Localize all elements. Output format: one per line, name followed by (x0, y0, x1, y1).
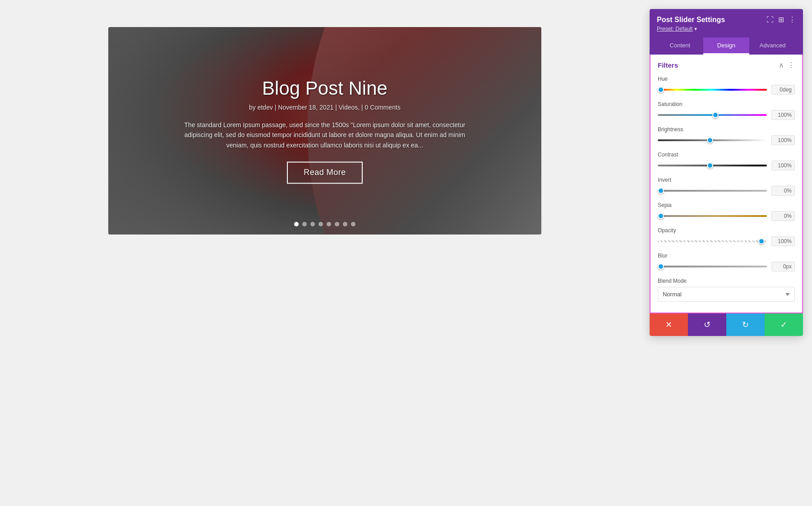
filter-opacity-label: Opacity (658, 227, 795, 234)
columns-icon[interactable]: ⊞ (778, 15, 784, 24)
dot-8[interactable] (351, 222, 355, 226)
tab-advanced[interactable]: Advanced (749, 37, 796, 55)
saturation-value: 100% (771, 110, 795, 120)
invert-value: 0% (771, 186, 795, 196)
contrast-value: 100% (771, 161, 795, 170)
panel-title: Post Slider Settings (657, 16, 725, 24)
sepia-value: 0% (771, 211, 795, 221)
confirm-button[interactable]: ✓ (765, 313, 803, 336)
filter-hue-row: Hue 0deg (658, 76, 795, 95)
sepia-thumb[interactable] (658, 213, 664, 219)
section-more-icon[interactable]: ⋮ (788, 61, 795, 69)
brightness-thumb[interactable] (707, 137, 713, 143)
slide-title: Blog Post Nine (173, 78, 476, 99)
read-more-button[interactable]: Read More (287, 162, 363, 184)
filter-blend-mode-row: Blend Mode Normal Multiply Screen Overla… (658, 278, 795, 302)
invert-track[interactable] (658, 190, 767, 192)
panel-footer: ✕ ↺ ↻ ✓ (650, 313, 803, 336)
panel-body: Filters ∧ ⋮ Hue 0deg Saturation (650, 55, 803, 313)
panel-header: Post Slider Settings ⛶ ⊞ ⋮ Preset: Defau… (650, 9, 803, 55)
undo-button[interactable]: ↺ (688, 313, 726, 336)
filter-blend-mode-label: Blend Mode (658, 278, 795, 284)
settings-panel: Post Slider Settings ⛶ ⊞ ⋮ Preset: Defau… (650, 9, 803, 336)
slider-dots (294, 222, 355, 226)
filter-blur-control: 0px (658, 262, 795, 271)
panel-tabs: Content Design Advanced (657, 37, 796, 55)
contrast-track[interactable] (658, 165, 767, 166)
blur-thumb[interactable] (658, 263, 664, 270)
tab-design[interactable]: Design (703, 37, 750, 55)
hue-thumb[interactable] (658, 87, 664, 93)
opacity-thumb[interactable] (758, 238, 765, 244)
filter-opacity-row: Opacity 100% (658, 227, 795, 246)
saturation-track[interactable] (658, 114, 767, 116)
tab-content[interactable]: Content (657, 37, 703, 55)
slider-container: Blog Post Nine by etdev | November 18, 2… (108, 27, 541, 235)
filter-invert-control: 0% (658, 186, 795, 196)
blend-mode-select[interactable]: Normal Multiply Screen Overlay Darken Li… (658, 287, 795, 302)
panel-preset[interactable]: Preset: Default ▾ (657, 26, 796, 32)
filter-brightness-control: 100% (658, 135, 795, 145)
saturation-thumb[interactable] (712, 112, 719, 118)
filter-blur-row: Blur 0px (658, 253, 795, 271)
dot-3[interactable] (310, 222, 315, 226)
more-icon[interactable]: ⋮ (789, 15, 796, 24)
dot-5[interactable] (327, 222, 331, 226)
section-controls: ∧ ⋮ (779, 61, 795, 69)
filter-saturation-row: Saturation 100% (658, 101, 795, 120)
filter-saturation-label: Saturation (658, 101, 795, 107)
panel-title-row: Post Slider Settings ⛶ ⊞ ⋮ (657, 15, 796, 24)
filter-brightness-row: Brightness 100% (658, 126, 795, 145)
filter-sepia-row: Sepia 0% (658, 202, 795, 221)
filter-sepia-control: 0% (658, 211, 795, 221)
redo-button[interactable]: ↻ (726, 313, 765, 336)
filter-opacity-control: 100% (658, 236, 795, 246)
filter-hue-control: 0deg (658, 85, 795, 95)
filters-section: Filters ∧ ⋮ Hue 0deg Saturation (651, 55, 802, 313)
filter-saturation-control: 100% (658, 110, 795, 120)
filters-title: Filters (658, 61, 678, 69)
hue-value: 0deg (771, 85, 795, 95)
filter-contrast-control: 100% (658, 161, 795, 170)
opacity-track[interactable] (658, 240, 767, 242)
hue-track[interactable] (658, 89, 767, 91)
filter-hue-label: Hue (658, 76, 795, 82)
filter-brightness-label: Brightness (658, 126, 795, 133)
expand-icon[interactable]: ⛶ (766, 16, 774, 24)
panel-icons: ⛶ ⊞ ⋮ (766, 15, 796, 24)
brightness-value: 100% (771, 135, 795, 145)
slider-content: Blog Post Nine by etdev | November 18, 2… (173, 78, 476, 184)
filter-invert-label: Invert (658, 177, 795, 183)
cancel-button[interactable]: ✕ (650, 313, 688, 336)
sepia-track[interactable] (658, 215, 767, 217)
filter-contrast-label: Contrast (658, 152, 795, 158)
section-header: Filters ∧ ⋮ (658, 61, 795, 69)
dot-7[interactable] (343, 222, 347, 226)
dot-2[interactable] (302, 222, 307, 226)
filter-sepia-label: Sepia (658, 202, 795, 208)
contrast-thumb[interactable] (707, 162, 713, 169)
filter-blur-label: Blur (658, 253, 795, 259)
blur-value: 0px (771, 262, 795, 271)
blur-track[interactable] (658, 266, 767, 267)
brightness-track[interactable] (658, 139, 767, 141)
dot-1[interactable] (294, 222, 299, 226)
slide-excerpt: The standard Lorem Ipsum passage, used s… (173, 120, 476, 150)
collapse-icon[interactable]: ∧ (779, 61, 784, 69)
invert-thumb[interactable] (658, 188, 664, 194)
dot-6[interactable] (335, 222, 339, 226)
opacity-value: 100% (771, 236, 795, 246)
dot-4[interactable] (318, 222, 323, 226)
filter-contrast-row: Contrast 100% (658, 152, 795, 170)
main-area: Blog Post Nine by etdev | November 18, 2… (9, 9, 641, 253)
filter-invert-row: Invert 0% (658, 177, 795, 196)
slide-meta: by etdev | November 18, 2021 | Videos, |… (173, 104, 476, 111)
